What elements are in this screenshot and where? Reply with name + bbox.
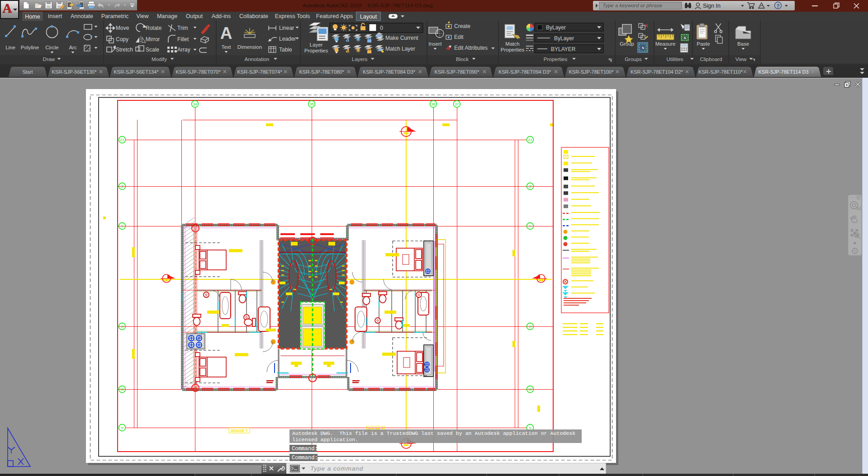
svg-text:BYLAYER: BYLAYER bbox=[551, 46, 576, 52]
svg-text:Z: Z bbox=[121, 184, 123, 189]
svg-text:Rotate: Rotate bbox=[146, 25, 162, 31]
svg-text:Insert: Insert bbox=[429, 41, 442, 47]
svg-text:KSR-SJP-78ET114 D3: KSR-SJP-78ET114 D3 bbox=[758, 69, 808, 75]
svg-text:Edit Attributes: Edit Attributes bbox=[454, 45, 488, 51]
svg-text:Base: Base bbox=[737, 41, 749, 47]
svg-text:Properties: Properties bbox=[544, 57, 568, 62]
svg-text:Match Layer: Match Layer bbox=[385, 46, 415, 52]
svg-text:Properties: Properties bbox=[501, 47, 525, 52]
svg-text:Type a command: Type a command bbox=[310, 465, 363, 472]
svg-text:View: View bbox=[735, 57, 747, 62]
svg-text:ByLayer: ByLayer bbox=[546, 24, 566, 31]
svg-text:W: W bbox=[120, 387, 124, 391]
svg-text:35: 35 bbox=[310, 102, 314, 106]
svg-text:Utilities: Utilities bbox=[666, 57, 683, 62]
svg-text:KSR-SJP-78ET074*: KSR-SJP-78ET074* bbox=[237, 69, 282, 75]
svg-text:licensed application.: licensed application. bbox=[292, 437, 358, 443]
svg-text:KSR-SJP-78ET110*: KSR-SJP-78ET110* bbox=[698, 69, 743, 75]
svg-text:37: 37 bbox=[455, 102, 459, 106]
svg-text:Command:: Command: bbox=[292, 455, 318, 461]
svg-text:KSR-SJP-56ET134*: KSR-SJP-56ET134* bbox=[114, 69, 159, 75]
svg-text:Make Current: Make Current bbox=[385, 35, 418, 41]
svg-text:Trim: Trim bbox=[177, 25, 188, 31]
svg-text:Circle: Circle bbox=[45, 45, 58, 50]
svg-text:Modify: Modify bbox=[152, 57, 167, 62]
svg-text:W: W bbox=[528, 387, 532, 391]
svg-text:Start: Start bbox=[22, 69, 33, 75]
svg-text:Y: Y bbox=[121, 224, 123, 228]
svg-text:?: ? bbox=[776, 3, 779, 9]
svg-text:A: A bbox=[3, 1, 12, 15]
svg-text:Z: Z bbox=[529, 184, 531, 189]
svg-text:Properties: Properties bbox=[304, 48, 328, 53]
svg-text:Fillet: Fillet bbox=[177, 36, 189, 42]
svg-text:V: V bbox=[121, 426, 123, 430]
svg-text:Type a keyword or phrase: Type a keyword or phrase bbox=[602, 3, 662, 8]
svg-text:Leader: Leader bbox=[279, 36, 296, 42]
svg-text:Arc: Arc bbox=[69, 45, 77, 50]
svg-text:KSR-SJP-78ET080*: KSR-SJP-78ET080* bbox=[299, 69, 344, 75]
svg-text:Stretch: Stretch bbox=[116, 47, 133, 53]
svg-text:KSR-SJP-78ET090*: KSR-SJP-78ET090* bbox=[434, 69, 479, 75]
svg-text:KSR-SJP-78ET100*: KSR-SJP-78ET100* bbox=[569, 69, 614, 75]
svg-text:KSR-SJP-78ET104 D2*: KSR-SJP-78ET104 D2* bbox=[631, 69, 683, 75]
svg-text:Create: Create bbox=[454, 23, 470, 29]
svg-text:HOUSE 7: HOUSE 7 bbox=[231, 429, 248, 433]
svg-text:Layer: Layer bbox=[310, 42, 323, 47]
svg-text:36: 36 bbox=[432, 102, 436, 106]
svg-text:Layers: Layers bbox=[352, 57, 368, 62]
svg-text:Scale: Scale bbox=[146, 47, 159, 53]
svg-text:Polyline: Polyline bbox=[21, 45, 39, 50]
svg-text:Groups: Groups bbox=[625, 57, 642, 62]
svg-text:Array: Array bbox=[177, 47, 190, 53]
svg-text:Group: Group bbox=[620, 41, 634, 47]
svg-text:Copy: Copy bbox=[116, 36, 128, 42]
svg-text:Match: Match bbox=[505, 41, 519, 47]
svg-text:0: 0 bbox=[380, 25, 383, 31]
svg-text:Z1: Z1 bbox=[528, 138, 532, 142]
svg-text:2D: 2D bbox=[856, 207, 861, 211]
svg-text:Text: Text bbox=[221, 44, 231, 50]
svg-text:KSR-SJP-56ET130*: KSR-SJP-56ET130* bbox=[52, 69, 97, 75]
svg-text:Z1: Z1 bbox=[120, 138, 124, 142]
svg-text:V: V bbox=[529, 426, 531, 430]
svg-text:Command:: Command: bbox=[292, 446, 318, 452]
svg-text:Edit: Edit bbox=[454, 34, 464, 40]
svg-text:KSR-SJP-78ET070*: KSR-SJP-78ET070* bbox=[175, 69, 221, 75]
svg-text:Table: Table bbox=[279, 47, 292, 53]
svg-text:A: A bbox=[220, 24, 232, 42]
svg-text:KSR-SJP-78ET094 D3*: KSR-SJP-78ET094 D3* bbox=[498, 69, 551, 75]
svg-text:ByLayer: ByLayer bbox=[554, 35, 574, 42]
svg-text:Draw: Draw bbox=[43, 57, 56, 62]
svg-text:Measure: Measure bbox=[655, 41, 676, 47]
svg-text:Sign In: Sign In bbox=[703, 3, 721, 9]
svg-text:Y: Y bbox=[529, 224, 531, 228]
svg-text:Paste: Paste bbox=[697, 41, 710, 47]
svg-text:Mirror: Mirror bbox=[146, 36, 160, 42]
svg-text:Block: Block bbox=[456, 57, 469, 62]
svg-text:Annotation: Annotation bbox=[245, 57, 270, 62]
svg-text:34: 34 bbox=[193, 102, 197, 106]
svg-text:X: X bbox=[121, 325, 123, 329]
svg-text:KSR-SJP-78ET084 D3*: KSR-SJP-78ET084 D3* bbox=[363, 69, 416, 75]
svg-text:Line: Line bbox=[5, 45, 15, 50]
svg-text:Linear: Linear bbox=[279, 25, 294, 31]
svg-text:Move: Move bbox=[116, 25, 129, 31]
svg-text:X: X bbox=[529, 325, 531, 329]
svg-text:Autodesk DWG. This file is a: Autodesk DWG. This file is a TrustedDWG … bbox=[292, 430, 575, 436]
svg-text:Clipboard: Clipboard bbox=[700, 57, 722, 62]
svg-text:Dimension: Dimension bbox=[237, 44, 262, 50]
